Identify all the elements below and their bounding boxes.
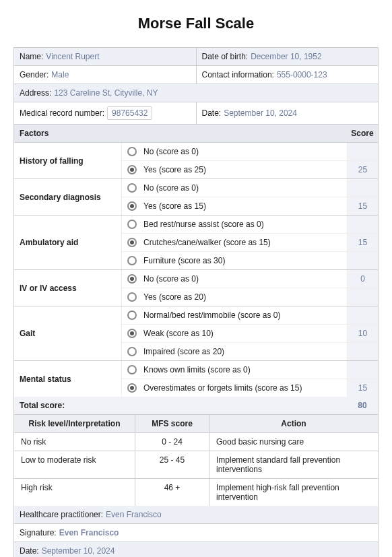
factor-option[interactable]: No (score as 0): [122, 270, 347, 288]
factor-label: IV or IV access: [14, 270, 122, 306]
factor-option[interactable]: Impaired (score as 20): [122, 343, 347, 360]
factor-option-label: Impaired (score as 20): [143, 347, 224, 356]
factor-option-row: No (score as 0): [122, 143, 378, 161]
radio-icon[interactable]: [127, 383, 137, 393]
factor-option-label: Knows own limits (score as 0): [143, 365, 251, 374]
factor-option[interactable]: No (score as 0): [122, 143, 347, 160]
factor-option-row: Crutches/cane/walker (score as 15)15: [122, 234, 378, 252]
factor-label: Gait: [14, 306, 122, 360]
radio-icon[interactable]: [127, 238, 137, 247]
factor-option[interactable]: Furniture (score as 30): [122, 252, 347, 269]
factor-option-row: Impaired (score as 20): [122, 343, 378, 360]
radio-icon[interactable]: [127, 256, 137, 265]
factor-option-score: [347, 306, 378, 324]
practitioner-label: Healthcare practitioner:: [20, 510, 103, 519]
assess-date-value[interactable]: September 10, 2024: [224, 108, 297, 118]
factor-option-score: [347, 288, 378, 306]
factor-option[interactable]: Crutches/cane/walker (score as 15): [122, 234, 347, 251]
factor-option[interactable]: Knows own limits (score as 0): [122, 361, 347, 379]
factor-block: History of fallingNo (score as 0)Yes (sc…: [14, 143, 378, 179]
factor-option[interactable]: Yes (score as 25): [122, 161, 347, 178]
factor-option-row: No (score as 0)0: [122, 270, 378, 288]
factor-option-label: Bed rest/nurse assist (score as 0): [143, 220, 264, 229]
radio-icon[interactable]: [127, 147, 137, 156]
factor-option-label: Normal/bed rest/immobile (score as 0): [143, 310, 280, 320]
factor-option-score: [347, 343, 378, 360]
radio-icon[interactable]: [127, 183, 137, 193]
risk-header-action: Action: [209, 415, 378, 432]
signature-field: Signature: Even Francisco: [14, 524, 378, 542]
risk-row: No risk0 - 24Good basic nursing care: [14, 433, 378, 451]
factor-option-score: [347, 179, 378, 197]
practitioner-field: Healthcare practitioner: Even Francisco: [14, 506, 378, 523]
contact-value[interactable]: 555-0000-123: [277, 70, 327, 79]
gender-value[interactable]: Male: [51, 70, 69, 79]
practitioner-value[interactable]: Even Francisco: [106, 510, 162, 519]
risk-level: No risk: [14, 433, 135, 451]
factor-option[interactable]: Overestimates or forgets limits (score a…: [122, 379, 347, 397]
gender-label: Gender:: [20, 70, 48, 79]
radio-icon[interactable]: [127, 347, 137, 356]
risk-row: Low to moderate risk25 - 45Implement sta…: [14, 451, 378, 479]
dob-value[interactable]: December 10, 1952: [251, 52, 321, 61]
name-value[interactable]: Vincent Rupert: [46, 52, 99, 61]
radio-icon[interactable]: [127, 365, 137, 374]
risk-header-level: Risk level/Interpretation: [14, 415, 135, 432]
factor-option-row: Yes (score as 15)15: [122, 197, 378, 215]
factor-option-label: Weak (score as 10): [143, 329, 214, 338]
factor-option-score: 15: [347, 197, 378, 215]
factor-option-label: Furniture (score as 30): [143, 256, 225, 265]
factor-option[interactable]: Normal/bed rest/immobile (score as 0): [122, 306, 347, 324]
risk-row: High risk46 +Implement high-risk fall pr…: [14, 479, 378, 506]
name-label: Name:: [20, 52, 43, 61]
factor-option[interactable]: Yes (score as 15): [122, 197, 347, 215]
factors-list: History of fallingNo (score as 0)Yes (sc…: [14, 143, 378, 397]
risk-header-mfs: MFS score: [135, 415, 209, 432]
radio-icon[interactable]: [127, 274, 137, 284]
contact-label: Contact information:: [202, 70, 274, 79]
factor-option[interactable]: Weak (score as 10): [122, 325, 347, 342]
radio-icon[interactable]: [127, 220, 137, 229]
factor-block: Secondary diagnosisNo (score as 0)Yes (s…: [14, 179, 378, 216]
risk-table: Risk level/Interpretation MFS score Acti…: [14, 415, 378, 506]
factor-option-label: No (score as 0): [143, 274, 199, 284]
page-title: Morse Fall Scale: [13, 15, 379, 32]
factor-option-row: Yes (score as 20): [122, 288, 378, 306]
risk-mfs: 0 - 24: [135, 433, 209, 451]
factor-option-row: Furniture (score as 30): [122, 252, 378, 269]
risk-mfs: 25 - 45: [135, 451, 209, 478]
radio-icon[interactable]: [127, 292, 137, 302]
address-label: Address:: [20, 88, 51, 98]
radio-icon[interactable]: [127, 329, 137, 338]
factor-option-score: 25: [347, 161, 378, 178]
factors-header: Factors Score: [14, 125, 378, 143]
factor-option-label: Yes (score as 15): [143, 201, 206, 211]
factor-block: GaitNormal/bed rest/immobile (score as 0…: [14, 306, 378, 361]
factor-label: Ambulatory aid: [14, 216, 122, 269]
signoff-date-value[interactable]: September 10, 2024: [42, 546, 115, 556]
signature-label: Signature:: [20, 528, 57, 537]
radio-icon[interactable]: [127, 165, 137, 174]
assess-date-field: Date: September 10, 2024: [197, 102, 379, 124]
factor-option-label: Crutches/cane/walker (score as 15): [143, 238, 271, 247]
factor-option-row: Knows own limits (score as 0): [122, 361, 378, 379]
factor-option[interactable]: Bed rest/nurse assist (score as 0): [122, 216, 347, 233]
factor-option[interactable]: No (score as 0): [122, 179, 347, 197]
factor-option-row: Normal/bed rest/immobile (score as 0): [122, 306, 378, 325]
risk-action: Implement high-risk fall prevention inte…: [209, 479, 378, 506]
factor-block: IV or IV accessNo (score as 0)0Yes (scor…: [14, 270, 378, 306]
factor-option-score: [347, 252, 378, 269]
factor-option-score: 15: [347, 234, 378, 251]
mrn-label: Medical record number:: [20, 108, 104, 118]
address-value[interactable]: 123 Careline St, Cityville, NY: [54, 88, 158, 98]
signature-value[interactable]: Even Francisco: [59, 528, 119, 537]
factor-option-score: 0: [347, 270, 378, 288]
factor-option-label: Overestimates or forgets limits (score a…: [143, 383, 302, 393]
mrn-value[interactable]: 98765432: [107, 106, 152, 120]
radio-icon[interactable]: [127, 310, 137, 320]
factor-option[interactable]: Yes (score as 20): [122, 288, 347, 306]
radio-icon[interactable]: [127, 201, 137, 211]
mrn-field: Medical record number: 98765432: [14, 102, 197, 124]
factor-option-label: Yes (score as 25): [143, 165, 206, 174]
factor-block: Ambulatory aidBed rest/nurse assist (sco…: [14, 216, 378, 270]
